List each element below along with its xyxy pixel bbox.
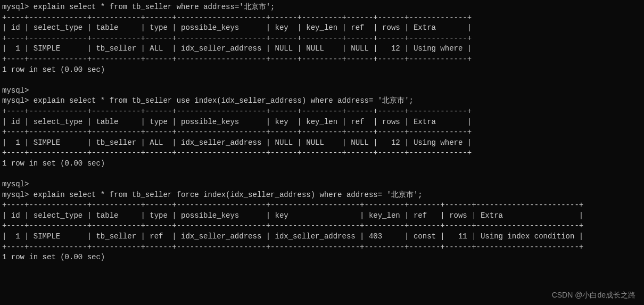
mysql-prompt: mysql> [2,191,29,199]
table-header: | id | select_type | table | type | poss… [2,23,472,32]
sql-query-3: explain select * from tb_seller force in… [34,191,423,199]
table-separator: +----+-------------+-----------+------+-… [2,243,583,251]
table-separator: +----+-------------+-----------+------+-… [2,55,472,63]
table-separator: +----+-------------+-----------+------+-… [2,34,472,43]
watermark-text: CSDN @小白de成长之路 [552,290,635,301]
table-header: | id | select_type | table | type | poss… [2,118,472,126]
table-row: | 1 | SIMPLE | tb_seller | ref | idx_sel… [2,232,583,241]
table-header: | id | select_type | table | type | poss… [2,211,583,220]
result-footer: 1 row in set (0.00 sec) [2,159,105,168]
mysql-prompt: mysql> [2,180,29,188]
table-separator: +----+-------------+-----------+------+-… [2,201,583,209]
result-footer: 1 row in set (0.00 sec) [2,65,105,74]
sql-query-1: explain select * from tb_seller where ad… [34,3,275,11]
table-separator: +----+-------------+-----------+------+-… [2,149,472,157]
table-row: | 1 | SIMPLE | tb_seller | ALL | idx_sel… [2,44,472,53]
mysql-prompt: mysql> [2,3,29,11]
table-row: | 1 | SIMPLE | tb_seller | ALL | idx_sel… [2,138,472,147]
mysql-prompt: mysql> [2,86,29,95]
sql-query-2: explain select * from tb_seller use inde… [34,96,414,105]
result-footer: 1 row in set (0.00 sec) [2,253,105,261]
table-separator: +----+-------------+-----------+------+-… [2,13,472,22]
table-separator: +----+-------------+-----------+------+-… [2,221,583,230]
terminal-output: mysql> explain select * from tb_seller w… [2,2,644,263]
mysql-prompt: mysql> [2,96,29,105]
table-separator: +----+-------------+-----------+------+-… [2,107,472,116]
table-separator: +----+-------------+-----------+------+-… [2,128,472,136]
